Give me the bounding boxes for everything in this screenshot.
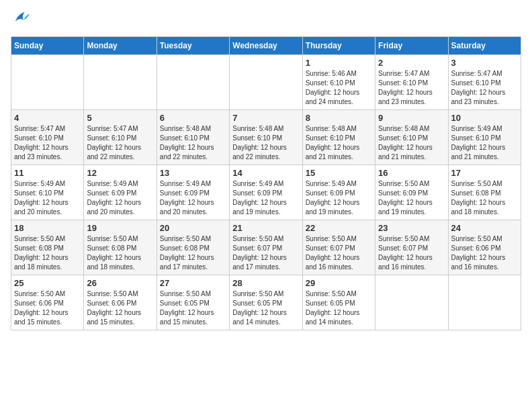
calendar-cell: 21Sunrise: 5:50 AM Sunset: 6:07 PM Dayli… <box>230 220 302 275</box>
day-number: 19 <box>87 223 153 233</box>
day-info: Sunrise: 5:50 AM Sunset: 6:06 PM Dayligh… <box>87 289 153 327</box>
calendar-week-row: 25Sunrise: 5:50 AM Sunset: 6:06 PM Dayli… <box>11 275 521 330</box>
calendar-cell: 19Sunrise: 5:50 AM Sunset: 6:08 PM Dayli… <box>84 220 157 275</box>
day-number: 5 <box>87 113 153 123</box>
weekday-header-tuesday: Tuesday <box>157 37 229 55</box>
day-number: 22 <box>306 223 372 233</box>
day-info: Sunrise: 5:48 AM Sunset: 6:10 PM Dayligh… <box>232 124 299 162</box>
day-number: 6 <box>160 113 226 123</box>
day-info: Sunrise: 5:49 AM Sunset: 6:10 PM Dayligh… <box>451 124 518 162</box>
day-number: 12 <box>87 168 153 178</box>
day-number: 9 <box>378 113 445 123</box>
calendar-header-row: SundayMondayTuesdayWednesdayThursdayFrid… <box>11 37 521 55</box>
day-info: Sunrise: 5:50 AM Sunset: 6:07 PM Dayligh… <box>378 234 445 272</box>
calendar-cell: 7Sunrise: 5:48 AM Sunset: 6:10 PM Daylig… <box>230 110 302 165</box>
calendar-cell: 3Sunrise: 5:47 AM Sunset: 6:10 PM Daylig… <box>448 55 521 110</box>
calendar-cell <box>11 55 84 110</box>
page-header <box>11 11 521 30</box>
day-info: Sunrise: 5:46 AM Sunset: 6:10 PM Dayligh… <box>306 69 372 107</box>
calendar-cell <box>157 55 229 110</box>
day-number: 8 <box>306 113 372 123</box>
calendar-cell: 17Sunrise: 5:50 AM Sunset: 6:08 PM Dayli… <box>448 165 521 220</box>
calendar-cell <box>375 275 448 330</box>
day-info: Sunrise: 5:49 AM Sunset: 6:09 PM Dayligh… <box>160 179 226 217</box>
calendar-cell <box>84 55 157 110</box>
weekday-header-sunday: Sunday <box>11 37 84 55</box>
day-number: 3 <box>451 58 518 68</box>
calendar-cell: 29Sunrise: 5:50 AM Sunset: 6:05 PM Dayli… <box>302 275 375 330</box>
calendar-cell: 8Sunrise: 5:48 AM Sunset: 6:10 PM Daylig… <box>302 110 375 165</box>
calendar-cell: 27Sunrise: 5:50 AM Sunset: 6:05 PM Dayli… <box>157 275 229 330</box>
day-number: 17 <box>451 168 518 178</box>
calendar-cell: 13Sunrise: 5:49 AM Sunset: 6:09 PM Dayli… <box>157 165 229 220</box>
calendar-cell: 28Sunrise: 5:50 AM Sunset: 6:05 PM Dayli… <box>230 275 302 330</box>
day-number: 24 <box>451 223 518 233</box>
calendar-cell: 6Sunrise: 5:48 AM Sunset: 6:10 PM Daylig… <box>157 110 229 165</box>
calendar-cell: 20Sunrise: 5:50 AM Sunset: 6:08 PM Dayli… <box>157 220 229 275</box>
day-number: 21 <box>232 223 299 233</box>
calendar-cell <box>230 55 302 110</box>
day-info: Sunrise: 5:49 AM Sunset: 6:09 PM Dayligh… <box>306 179 372 217</box>
day-number: 16 <box>378 168 445 178</box>
day-info: Sunrise: 5:50 AM Sunset: 6:08 PM Dayligh… <box>87 234 153 272</box>
calendar-cell: 11Sunrise: 5:49 AM Sunset: 6:10 PM Dayli… <box>11 165 84 220</box>
calendar-cell: 4Sunrise: 5:47 AM Sunset: 6:10 PM Daylig… <box>11 110 84 165</box>
calendar-week-row: 4Sunrise: 5:47 AM Sunset: 6:10 PM Daylig… <box>11 110 521 165</box>
calendar-cell: 22Sunrise: 5:50 AM Sunset: 6:07 PM Dayli… <box>302 220 375 275</box>
day-number: 28 <box>232 278 299 288</box>
day-number: 20 <box>160 223 226 233</box>
calendar-cell: 18Sunrise: 5:50 AM Sunset: 6:08 PM Dayli… <box>11 220 84 275</box>
day-number: 1 <box>306 58 372 68</box>
calendar-week-row: 18Sunrise: 5:50 AM Sunset: 6:08 PM Dayli… <box>11 220 521 275</box>
day-info: Sunrise: 5:50 AM Sunset: 6:07 PM Dayligh… <box>232 234 299 272</box>
day-info: Sunrise: 5:50 AM Sunset: 6:08 PM Dayligh… <box>160 234 226 272</box>
calendar-week-row: 1Sunrise: 5:46 AM Sunset: 6:10 PM Daylig… <box>11 55 521 110</box>
day-number: 4 <box>14 113 81 123</box>
day-number: 13 <box>160 168 226 178</box>
day-info: Sunrise: 5:48 AM Sunset: 6:10 PM Dayligh… <box>160 124 226 162</box>
weekday-header-monday: Monday <box>84 37 157 55</box>
logo <box>11 13 31 30</box>
day-info: Sunrise: 5:50 AM Sunset: 6:07 PM Dayligh… <box>306 234 372 272</box>
day-info: Sunrise: 5:49 AM Sunset: 6:10 PM Dayligh… <box>14 179 81 217</box>
day-info: Sunrise: 5:50 AM Sunset: 6:09 PM Dayligh… <box>378 179 445 217</box>
day-number: 11 <box>14 168 81 178</box>
day-info: Sunrise: 5:47 AM Sunset: 6:10 PM Dayligh… <box>87 124 153 162</box>
day-info: Sunrise: 5:50 AM Sunset: 6:05 PM Dayligh… <box>160 289 226 327</box>
day-info: Sunrise: 5:50 AM Sunset: 6:05 PM Dayligh… <box>306 289 372 327</box>
day-info: Sunrise: 5:50 AM Sunset: 6:08 PM Dayligh… <box>451 179 518 217</box>
calendar-cell: 10Sunrise: 5:49 AM Sunset: 6:10 PM Dayli… <box>448 110 521 165</box>
day-info: Sunrise: 5:49 AM Sunset: 6:09 PM Dayligh… <box>232 179 299 217</box>
day-number: 27 <box>160 278 226 288</box>
day-info: Sunrise: 5:48 AM Sunset: 6:10 PM Dayligh… <box>378 124 445 162</box>
calendar-cell <box>448 275 521 330</box>
logo-bird-icon <box>12 9 31 28</box>
calendar-cell: 16Sunrise: 5:50 AM Sunset: 6:09 PM Dayli… <box>375 165 448 220</box>
calendar-cell: 24Sunrise: 5:50 AM Sunset: 6:06 PM Dayli… <box>448 220 521 275</box>
day-number: 7 <box>232 113 299 123</box>
day-info: Sunrise: 5:50 AM Sunset: 6:05 PM Dayligh… <box>232 289 299 327</box>
day-number: 10 <box>451 113 518 123</box>
calendar-cell: 9Sunrise: 5:48 AM Sunset: 6:10 PM Daylig… <box>375 110 448 165</box>
calendar-cell: 14Sunrise: 5:49 AM Sunset: 6:09 PM Dayli… <box>230 165 302 220</box>
day-number: 2 <box>378 58 445 68</box>
day-number: 14 <box>232 168 299 178</box>
calendar-cell: 5Sunrise: 5:47 AM Sunset: 6:10 PM Daylig… <box>84 110 157 165</box>
calendar-table: SundayMondayTuesdayWednesdayThursdayFrid… <box>11 36 521 330</box>
calendar-cell: 23Sunrise: 5:50 AM Sunset: 6:07 PM Dayli… <box>375 220 448 275</box>
day-number: 29 <box>306 278 372 288</box>
calendar-cell: 26Sunrise: 5:50 AM Sunset: 6:06 PM Dayli… <box>84 275 157 330</box>
weekday-header-friday: Friday <box>375 37 448 55</box>
weekday-header-wednesday: Wednesday <box>230 37 302 55</box>
day-info: Sunrise: 5:47 AM Sunset: 6:10 PM Dayligh… <box>451 69 518 107</box>
calendar-cell: 2Sunrise: 5:47 AM Sunset: 6:10 PM Daylig… <box>375 55 448 110</box>
day-info: Sunrise: 5:50 AM Sunset: 6:06 PM Dayligh… <box>14 289 81 327</box>
day-info: Sunrise: 5:50 AM Sunset: 6:06 PM Dayligh… <box>451 234 518 272</box>
day-info: Sunrise: 5:47 AM Sunset: 6:10 PM Dayligh… <box>378 69 445 107</box>
day-info: Sunrise: 5:48 AM Sunset: 6:10 PM Dayligh… <box>306 124 372 162</box>
weekday-header-thursday: Thursday <box>302 37 375 55</box>
calendar-week-row: 11Sunrise: 5:49 AM Sunset: 6:10 PM Dayli… <box>11 165 521 220</box>
weekday-header-saturday: Saturday <box>448 37 521 55</box>
day-number: 18 <box>14 223 81 233</box>
day-number: 23 <box>378 223 445 233</box>
